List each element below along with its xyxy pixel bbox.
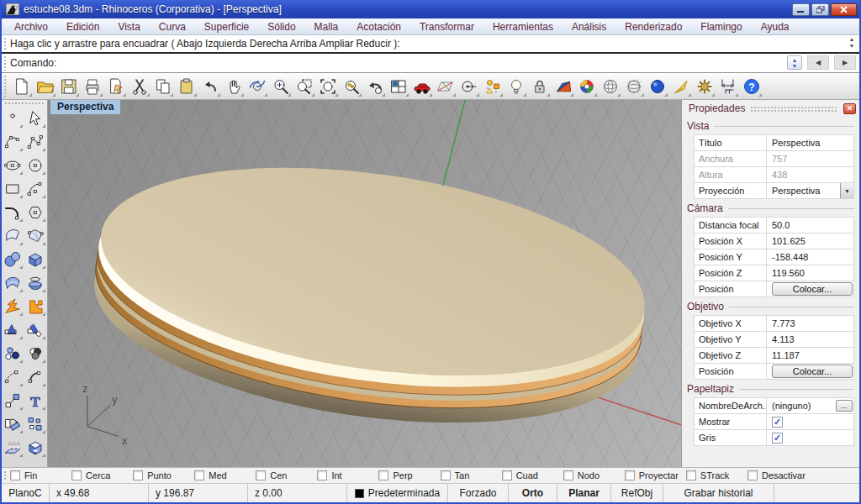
- selection-filter-button[interactable]: [481, 75, 504, 97]
- osnap-cuad-checkbox[interactable]: [502, 470, 512, 480]
- osnap-cerca[interactable]: Cerca: [71, 470, 133, 480]
- osnap-cen-checkbox[interactable]: [256, 470, 266, 480]
- osnap-cerca-checkbox[interactable]: [71, 470, 82, 480]
- osnap-desactivar-checkbox[interactable]: [747, 470, 758, 480]
- menu-item-malla[interactable]: Malla: [305, 18, 348, 34]
- projection-dropdown-button[interactable]: ▼: [840, 183, 853, 198]
- zoom-selected-button[interactable]: [340, 75, 362, 97]
- property-value[interactable]: 119.560: [767, 265, 853, 281]
- array-tool[interactable]: [24, 412, 46, 435]
- osnap-punto-checkbox[interactable]: [133, 470, 143, 480]
- pointer-tool[interactable]: [24, 107, 46, 129]
- colocar-button[interactable]: Colocar...: [772, 282, 853, 296]
- render-grid-button[interactable]: [622, 75, 645, 97]
- surface-patch-tool[interactable]: [2, 224, 24, 247]
- new-document-button[interactable]: [10, 75, 33, 97]
- osnap-tan-checkbox[interactable]: [441, 470, 451, 480]
- status-refobj[interactable]: RefObj: [611, 484, 663, 502]
- print-button[interactable]: [81, 75, 103, 97]
- property-value[interactable]: Colocar...: [767, 364, 853, 379]
- text-tool[interactable]: T: [24, 389, 46, 412]
- flag-button[interactable]: [669, 75, 692, 97]
- osnap-med[interactable]: Med: [194, 470, 256, 480]
- surface-edges-tool[interactable]: [24, 224, 46, 247]
- menu-item-herramientas[interactable]: Herramientas: [483, 18, 563, 34]
- menu-item-renderizado[interactable]: Renderizado: [615, 18, 691, 34]
- box-tool[interactable]: [24, 248, 46, 270]
- undo-view-button[interactable]: [363, 75, 386, 97]
- property-value[interactable]: ✓: [767, 430, 853, 445]
- move-scale-tool[interactable]: [2, 389, 24, 412]
- open-file-button[interactable]: [34, 75, 56, 97]
- property-value[interactable]: 4.113: [767, 332, 853, 347]
- circle-tool[interactable]: [24, 154, 46, 176]
- save-button[interactable]: [57, 75, 80, 97]
- osnap-proyectar-checkbox[interactable]: [625, 470, 635, 480]
- rotate-copy-tool[interactable]: [2, 412, 24, 435]
- osnap-nodo-checkbox[interactable]: [563, 470, 573, 480]
- osnap-perp[interactable]: Perp: [378, 470, 440, 480]
- polygon-tool[interactable]: [24, 201, 46, 223]
- render-button[interactable]: [575, 75, 598, 97]
- solid-union-tool[interactable]: [24, 436, 46, 459]
- copy-button[interactable]: [151, 75, 174, 97]
- extrude-tool[interactable]: [2, 436, 24, 459]
- command-scroll-arrows[interactable]: ▲▼: [846, 36, 858, 50]
- undo-button[interactable]: [198, 75, 221, 97]
- delete-button[interactable]: [104, 75, 127, 97]
- menu-item-curva[interactable]: Curva: [150, 18, 195, 34]
- property-value[interactable]: -158.448: [767, 249, 853, 265]
- surface-loft-tool[interactable]: [2, 271, 24, 294]
- mostrar-checkbox[interactable]: ✓: [772, 417, 783, 428]
- status-orto[interactable]: Orto: [509, 484, 557, 502]
- restore-button[interactable]: [811, 3, 829, 16]
- paste-button[interactable]: [175, 75, 198, 97]
- cut-button[interactable]: [128, 75, 151, 97]
- command-history-line[interactable]: Haga clic y arrastre para encuadrar ( Ab…: [2, 35, 859, 54]
- cplane-button[interactable]: [434, 75, 457, 97]
- colocar-button[interactable]: Colocar...: [772, 365, 853, 378]
- osnap-nodo[interactable]: Nodo: [563, 470, 625, 480]
- boolean-difference-tool[interactable]: [2, 295, 24, 318]
- status-grabarhistorial[interactable]: Grabar historial: [663, 484, 774, 502]
- status-predeterminada[interactable]: Predeterminada: [347, 484, 448, 502]
- status-forzado[interactable]: Forzado: [448, 484, 509, 502]
- status-planoc[interactable]: PlanoC: [2, 484, 50, 502]
- curve-fillet-tool[interactable]: [2, 201, 24, 223]
- control-point-curve-tool[interactable]: [2, 130, 24, 153]
- rectangle-tool[interactable]: [2, 177, 24, 200]
- osnap-int[interactable]: Int: [317, 470, 378, 480]
- perspective-viewport[interactable]: Perspectiva: [48, 100, 681, 467]
- menu-item-edicion[interactable]: Edición: [57, 18, 108, 34]
- boolean-2d-tool[interactable]: [24, 342, 46, 365]
- options-gears-button[interactable]: [693, 75, 716, 97]
- osnap-med-checkbox[interactable]: [194, 470, 204, 480]
- surface-revolve-tool[interactable]: [24, 271, 46, 294]
- osnap-tan[interactable]: Tan: [441, 470, 502, 480]
- properties-close-button[interactable]: ✕: [843, 103, 856, 114]
- zoom-dynamic-button[interactable]: [269, 75, 292, 97]
- property-value[interactable]: Perspectiva▼: [767, 183, 853, 198]
- pan-button[interactable]: [222, 75, 245, 97]
- zoom-window-button[interactable]: [293, 75, 315, 97]
- osnap-fin-checkbox[interactable]: [10, 470, 20, 480]
- join-tool[interactable]: [2, 342, 24, 365]
- sphere-tool[interactable]: [2, 248, 24, 270]
- browse-button[interactable]: ...: [836, 400, 853, 412]
- osnap-punto[interactable]: Punto: [133, 470, 194, 480]
- move-car-button[interactable]: [410, 75, 433, 97]
- osnap-strack[interactable]: STrack: [686, 470, 747, 480]
- menu-item-transformar[interactable]: Transformar: [410, 18, 483, 34]
- menu-item-superficie[interactable]: Superficie: [195, 18, 258, 34]
- viewport-layout-button[interactable]: [387, 75, 409, 97]
- osnap-proyectar[interactable]: Proyectar: [625, 470, 686, 480]
- menu-item-ayuda[interactable]: Ayuda: [752, 18, 799, 34]
- osnap-perp-checkbox[interactable]: [378, 470, 388, 480]
- polyline-tool[interactable]: [24, 130, 46, 153]
- split-tool[interactable]: [24, 318, 46, 341]
- lock-button[interactable]: [528, 75, 551, 97]
- render-preview-button[interactable]: [599, 75, 621, 97]
- property-value[interactable]: 7.773: [767, 316, 853, 331]
- osnap-desactivar[interactable]: Desactivar: [747, 470, 809, 480]
- boolean-union-tool[interactable]: [24, 295, 46, 318]
